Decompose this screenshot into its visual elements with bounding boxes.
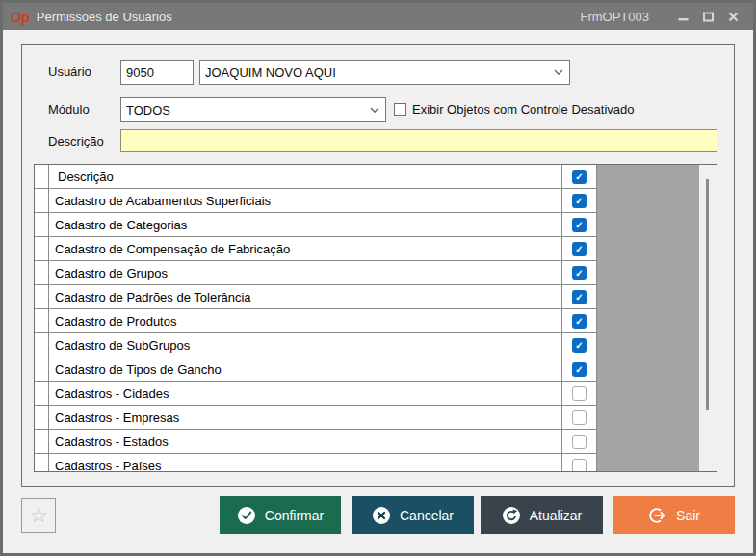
- favorite-button[interactable]: ☆: [21, 498, 56, 533]
- sair-label: Sair: [676, 508, 700, 523]
- grid-header-row: Descrição ✓: [35, 165, 597, 189]
- permissions-grid: Descrição ✓ Cadastro de Acabamentos Supe…: [34, 164, 717, 472]
- row-header-cell: [35, 261, 49, 284]
- table-row[interactable]: Cadastro de Produtos ✓: [35, 309, 597, 333]
- row-header-cell: [35, 285, 49, 308]
- grid-header-checkbox-cell: ✓: [562, 165, 597, 188]
- grid-header-checkbox[interactable]: ✓: [572, 170, 587, 184]
- table-row[interactable]: Cadastros - Cidades: [35, 382, 597, 406]
- row-checkbox[interactable]: ✓: [572, 362, 587, 377]
- row-checkbox[interactable]: ✓: [572, 338, 587, 353]
- row-header-cell: [35, 213, 49, 236]
- permissions-window: Op Permissões de Usuários FrmOPT003 Usuá…: [0, 0, 756, 556]
- cancelar-button[interactable]: Cancelar: [352, 496, 474, 534]
- chevron-down-icon: [370, 107, 379, 114]
- atualizar-button[interactable]: Atualizar: [481, 496, 603, 534]
- modulo-combobox[interactable]: TODOS: [120, 97, 386, 122]
- row-checkbox-cell: [562, 454, 597, 472]
- window-title: Permissões de Usuários: [37, 10, 172, 24]
- row-header-cell: [35, 406, 49, 429]
- row-header-cell: [35, 165, 49, 188]
- row-checkbox-cell: ✓: [562, 333, 597, 357]
- row-header-cell: [35, 357, 49, 381]
- grid-table: Descrição ✓ Cadastro de Acabamentos Supe…: [35, 165, 597, 471]
- row-label: Cadastro de Acabamentos Superficiais: [49, 189, 562, 212]
- usuario-name-value: JOAQUIM NOVO AQUI: [205, 66, 336, 80]
- table-row[interactable]: Cadastros - Empresas: [35, 406, 597, 430]
- row-checkbox-cell: [562, 382, 597, 405]
- usuario-label: Usuário: [48, 60, 91, 85]
- confirmar-button[interactable]: Confirmar: [220, 496, 341, 534]
- table-row[interactable]: Cadastro de Acabamentos Superficiais ✓: [35, 189, 597, 213]
- row-header-cell: [35, 189, 49, 212]
- row-checkbox[interactable]: ✓: [572, 266, 587, 280]
- row-header-cell: [35, 382, 49, 405]
- row-label: Cadastro de Compensação de Fabricação: [49, 237, 562, 260]
- table-row[interactable]: Cadastro de Padrões de Tolerância ✓: [35, 285, 597, 309]
- table-row[interactable]: Cadastro de Categorias ✓: [35, 213, 597, 237]
- row-checkbox[interactable]: ✓: [572, 290, 587, 304]
- row-header-cell: [35, 309, 49, 332]
- row-checkbox[interactable]: ✓: [572, 242, 587, 256]
- row-header-cell: [35, 430, 49, 453]
- grid-body: Cadastro de Acabamentos Superficiais ✓ C…: [35, 189, 597, 472]
- minimize-icon: [678, 12, 689, 22]
- row-checkbox[interactable]: [572, 386, 587, 401]
- close-button[interactable]: [720, 6, 745, 27]
- row-header-cell: [35, 454, 49, 472]
- row-checkbox[interactable]: ✓: [572, 314, 587, 329]
- grid-scrollbar[interactable]: [699, 165, 717, 471]
- modulo-label: Módulo: [48, 97, 90, 122]
- row-label: Cadastro de Padrões de Tolerância: [49, 285, 562, 308]
- table-row[interactable]: Cadastro de Grupos ✓: [35, 261, 597, 285]
- row-checkbox[interactable]: [572, 410, 587, 425]
- table-row[interactable]: Cadastro de SubGrupos ✓: [35, 333, 597, 357]
- scrollbar-thumb[interactable]: [706, 179, 709, 410]
- form-id-label: FrmOPT003: [580, 10, 649, 24]
- minimize-button[interactable]: [670, 6, 695, 27]
- star-icon: ☆: [29, 505, 48, 526]
- row-label: Cadastros - Cidades: [49, 382, 562, 405]
- row-checkbox-cell: ✓: [562, 237, 597, 260]
- table-row[interactable]: Cadastros - Estados: [35, 430, 597, 454]
- row-checkbox-cell: ✓: [562, 357, 597, 381]
- row-checkbox[interactable]: [572, 459, 587, 473]
- row-checkbox-cell: ✓: [562, 309, 597, 332]
- row-label: Cadastros - Países: [49, 454, 562, 472]
- row-checkbox-cell: ✓: [562, 213, 597, 236]
- cancelar-label: Cancelar: [400, 508, 454, 523]
- check-circle-icon: [237, 506, 256, 525]
- row-checkbox-cell: ✓: [562, 189, 597, 212]
- table-row[interactable]: Cadastros - Países: [35, 454, 597, 472]
- app-logo-icon: Op: [11, 9, 29, 25]
- row-label: Cadastro de Categorias: [49, 213, 562, 236]
- row-checkbox[interactable]: ✓: [572, 218, 587, 232]
- usuario-code-input[interactable]: [120, 60, 194, 85]
- maximize-button[interactable]: [695, 6, 720, 27]
- table-row[interactable]: Cadastro de Tipos de Gancho ✓: [35, 357, 597, 382]
- row-label: Cadastro de Produtos: [49, 309, 562, 332]
- atualizar-label: Atualizar: [530, 508, 582, 523]
- row-label: Cadastro de Tipos de Gancho: [49, 357, 562, 381]
- titlebar: Op Permissões de Usuários FrmOPT003: [3, 3, 753, 30]
- row-header-cell: [35, 333, 49, 357]
- row-header-cell: [35, 237, 49, 260]
- confirmar-label: Confirmar: [265, 508, 324, 523]
- descricao-filter-input[interactable]: [120, 129, 717, 152]
- row-label: Cadastros - Empresas: [49, 406, 562, 429]
- maximize-icon: [703, 12, 714, 22]
- row-checkbox-cell: ✓: [562, 285, 597, 308]
- exibir-checkbox[interactable]: [394, 103, 406, 116]
- usuario-name-combobox[interactable]: JOAQUIM NOVO AQUI: [199, 60, 570, 85]
- exibir-label: Exibir Objetos com Controle Desativado: [412, 97, 635, 122]
- row-checkbox[interactable]: ✓: [572, 194, 587, 208]
- row-checkbox-cell: [562, 430, 597, 453]
- grid-header-label[interactable]: Descrição: [49, 165, 562, 188]
- row-checkbox[interactable]: [572, 435, 587, 449]
- chevron-down-icon: [554, 69, 563, 76]
- row-label: Cadastros - Estados: [49, 430, 562, 453]
- modulo-value: TODOS: [126, 103, 170, 118]
- sair-button[interactable]: Sair: [613, 496, 735, 534]
- exit-icon: [648, 506, 667, 525]
- table-row[interactable]: Cadastro de Compensação de Fabricação ✓: [35, 237, 597, 261]
